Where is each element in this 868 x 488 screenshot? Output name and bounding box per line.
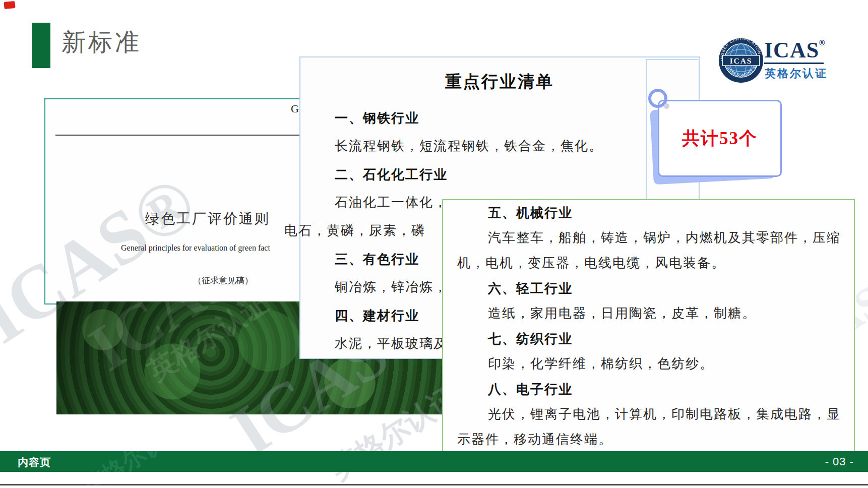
logo-underline (764, 63, 824, 64)
industry-detail: 光伏，锂离子电池，计算机，印制电路板，集成电路，显 (488, 406, 841, 423)
watermark-text: ICAS® (217, 403, 438, 484)
industry-heading: 八、电子行业 (488, 381, 573, 398)
document-title: 绿色工厂评价通则 (145, 209, 270, 228)
icas-seal-icon: INGEER CERTIFICATION ASSESSMENT SERVICES… (718, 37, 764, 84)
industry-heading: 七、纺织行业 (488, 330, 573, 347)
industry-detail: 汽车整车，船舶，铸造，锅炉，内燃机及其零部件，压缩 (488, 229, 841, 247)
seal-center-text: ICAS (730, 56, 753, 65)
list-panel-header: 重点行业清单 (300, 71, 699, 93)
slide-bottom-edge (0, 484, 868, 485)
document-corner-letter: G (291, 102, 299, 115)
logo-registered-mark: ® (819, 38, 825, 47)
icas-logo: INGEER CERTIFICATION ASSESSMENT SERVICES… (718, 37, 859, 84)
industry-heading: 四、建材行业 (335, 307, 419, 324)
red-corner-mark (4, 1, 15, 9)
document-divider (55, 135, 303, 136)
industry-heading: 六、轻工行业 (488, 280, 573, 297)
industry-detail: 印染，化学纤维，棉纺织，色纺纱。 (488, 355, 714, 373)
industry-detail: 长流程钢铁，短流程钢铁，铁合金，焦化。 (335, 138, 603, 155)
logo-chinese-name: 英格尔认证 (765, 66, 828, 81)
key-industry-list-panel-continued: 五、机械行业 汽车整车，船舶，铸造，锅炉，内燃机及其零部件，压缩 机，电机，变压… (442, 199, 855, 452)
page-title: 新标准 (61, 26, 142, 58)
footer-page-number: - 03 - (825, 455, 854, 468)
industry-detail: 示器件，移动通信终端。 (457, 431, 612, 448)
logo-wordmark: ICAS (764, 38, 819, 63)
industry-detail: 电石，黄磷，尿素，磷 (284, 222, 425, 239)
total-count-callout: 共计53个 (658, 100, 782, 177)
industry-heading: 三、有色行业 (335, 251, 419, 268)
industry-detail: 石油化工一体化， (335, 194, 448, 211)
callout-hole-icon (664, 103, 669, 109)
document-subtitle-en: General principles for evaluation of gre… (121, 243, 270, 253)
standard-document-panel: G 绿色工厂评价通则 General principles for evalua… (44, 98, 304, 304)
industry-detail: 机，电机，变压器，电线电缆，风电装备。 (457, 255, 725, 272)
industry-detail: 水泥，平板玻璃及 (335, 335, 448, 352)
document-draft-note: （征求意见稿） (193, 275, 253, 286)
industry-heading: 二、石化化工行业 (335, 166, 448, 183)
title-accent-block (32, 23, 50, 68)
industry-detail: 造纸，家用电器，日用陶瓷，皮革，制糖。 (488, 305, 756, 322)
footer-section-label: 内容页 (18, 455, 51, 469)
total-count-label: 共计53个 (682, 127, 758, 150)
industry-heading: 一、钢铁行业 (335, 109, 419, 127)
slide-canvas: 新标准 INGEER CERTIFICATION ASSESSMENT SERV… (0, 0, 868, 488)
industry-heading: 五、机械行业 (488, 204, 573, 221)
industry-detail: 铜冶炼，锌冶炼， (335, 279, 448, 296)
